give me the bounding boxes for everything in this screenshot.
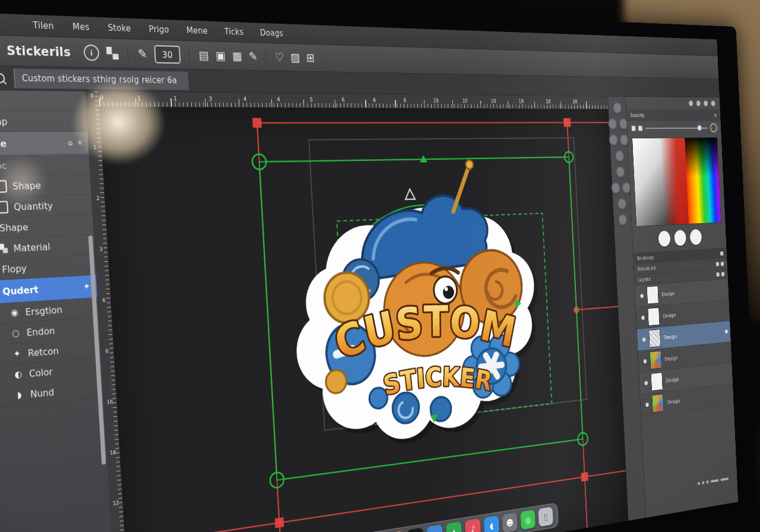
green-handle-top-left[interactable] xyxy=(252,154,267,170)
dock-icon-maps[interactable]: ▲ xyxy=(446,521,462,532)
layer-thumbnail xyxy=(649,329,661,347)
menu-item[interactable]: Tilen xyxy=(33,20,54,31)
dock-icon-trash[interactable]: ▯ xyxy=(538,506,553,527)
sidebar-item-label: bleoc xyxy=(0,160,7,172)
visibility-eye-icon[interactable] xyxy=(640,293,644,297)
swatch-icon[interactable] xyxy=(632,125,636,131)
sticker-artwork[interactable]: CUSTOM STICKER xyxy=(286,159,544,457)
panel-mini-icon[interactable] xyxy=(716,262,719,266)
visibility-eye-icon[interactable] xyxy=(641,315,645,319)
green-handle-bottom-right[interactable] xyxy=(578,432,588,446)
menu-item[interactable]: Mene xyxy=(186,26,208,36)
visibility-eye-icon[interactable] xyxy=(645,403,649,407)
panel-mini-icon[interactable] xyxy=(721,272,724,276)
tool-button[interactable] xyxy=(618,198,626,209)
archive-icon[interactable]: ⊞ xyxy=(306,51,315,64)
red-handle-top-left[interactable] xyxy=(252,118,262,128)
panel-mini-icon[interactable] xyxy=(716,272,719,276)
status-icon[interactable] xyxy=(698,482,700,485)
red-handle-bottom-left[interactable] xyxy=(275,517,284,528)
layer-thumbnail xyxy=(650,351,661,369)
close-mini-icon[interactable]: ✕ xyxy=(77,139,83,147)
dock-icon-safari[interactable]: ✶ xyxy=(426,524,443,532)
checkbox-icon[interactable] xyxy=(0,180,7,192)
red-handle-bottom-right[interactable] xyxy=(581,472,588,482)
panel-icon[interactable] xyxy=(711,101,715,106)
tab-custom-stickers[interactable]: Custom stickers sthirg rsolg reicer 6a xyxy=(13,68,188,90)
dock-icon-messages[interactable]: ◖ xyxy=(484,515,500,532)
search-icon[interactable] xyxy=(0,73,5,83)
blob-icon: ◗ xyxy=(14,390,25,401)
tool-button[interactable] xyxy=(613,102,622,113)
menu-item[interactable]: Stoke xyxy=(107,23,131,34)
panel-mini-icon[interactable] xyxy=(721,261,724,265)
dock-icon-contacts[interactable]: ☻ xyxy=(502,512,518,532)
tool-button[interactable] xyxy=(608,118,618,129)
sidebar-item-tsop[interactable]: tsop xyxy=(0,90,86,112)
layer-name: Design xyxy=(667,398,680,406)
green-handle-top-right[interactable] xyxy=(564,152,573,163)
dock-icon-music[interactable]: ♪ xyxy=(465,518,481,532)
sidebar-item-mtcap[interactable]: Mtcap xyxy=(0,111,87,132)
tool-size-input[interactable]: 30 xyxy=(154,45,180,64)
slider-track[interactable] xyxy=(645,127,707,129)
panel-icon[interactable] xyxy=(689,100,693,106)
tool-button[interactable] xyxy=(611,182,620,194)
visibility-eye-icon[interactable] xyxy=(642,337,646,342)
reset-icon[interactable] xyxy=(710,124,717,132)
status-icon[interactable] xyxy=(702,481,704,484)
color-well[interactable] xyxy=(690,229,702,245)
layers-stack-icon[interactable]: ▤ xyxy=(198,49,209,62)
panel-mini-icon[interactable] xyxy=(720,251,723,255)
sidebar-item-bleoc[interactable]: bleoc xyxy=(0,154,90,177)
target-icon: ◉ xyxy=(9,307,20,318)
visibility-eye-icon[interactable] xyxy=(644,381,648,385)
checkbox-icon[interactable] xyxy=(0,201,8,214)
color-well[interactable] xyxy=(658,230,670,246)
favorite-icon[interactable]: ♡ xyxy=(275,50,284,64)
info-icon[interactable]: i xyxy=(83,45,99,61)
edit-box-icon[interactable]: ▨ xyxy=(290,51,300,64)
color-well[interactable] xyxy=(674,230,686,246)
panel-window-icons xyxy=(626,97,720,109)
menu-item[interactable]: Mes xyxy=(72,21,90,32)
swatch-icon[interactable] xyxy=(638,125,642,131)
checkbox-shape[interactable]: Shape xyxy=(0,175,91,198)
tool-button[interactable] xyxy=(609,134,618,145)
menu-item[interactable]: Doags xyxy=(260,28,284,39)
h-ruler-number: 10 xyxy=(490,98,518,104)
visibility-eye-icon[interactable] xyxy=(644,359,647,363)
green-handle-bottom-left[interactable] xyxy=(270,471,284,488)
saturation-value-box[interactable] xyxy=(632,138,689,226)
panel-icon[interactable] xyxy=(696,100,701,106)
dock-icon-camera[interactable]: ◉ xyxy=(407,527,423,532)
sidebar-item-label: Ersgtion xyxy=(25,304,62,318)
dock-icon-facetime[interactable]: ◎ xyxy=(520,509,536,530)
tool-button[interactable] xyxy=(618,214,627,226)
brush-icon[interactable]: ✎ xyxy=(249,50,258,63)
layout-icon[interactable] xyxy=(106,47,119,60)
hue-spectrum[interactable] xyxy=(685,138,721,224)
canvas[interactable]: CUSTOM STICKER xyxy=(100,107,629,532)
slider-knob[interactable] xyxy=(698,125,702,130)
menu-item[interactable]: Prigo xyxy=(148,24,169,35)
save-icon[interactable]: ▦ xyxy=(232,49,243,63)
status-icon[interactable] xyxy=(706,480,708,484)
section-label: Shape xyxy=(0,221,28,234)
panel-title: Sapsiig xyxy=(630,112,644,118)
duplicate-icon[interactable]: ▣ xyxy=(216,49,226,63)
layer-thumbnail xyxy=(647,286,658,304)
close-icon[interactable]: ✕ xyxy=(714,112,717,118)
menu-item[interactable]: Ticks xyxy=(224,27,244,37)
star-icon: ✦ xyxy=(11,348,22,359)
h-ruler-number: 6 xyxy=(403,97,433,103)
home-mini-icon[interactable]: ⌂ xyxy=(68,139,73,147)
material-icon xyxy=(0,243,8,254)
tool-button[interactable] xyxy=(615,150,625,162)
red-handle-top-right[interactable] xyxy=(563,118,571,127)
sidebar-header-size[interactable]: Size ⌂✕ xyxy=(0,132,89,156)
pencil-icon[interactable]: ✎ xyxy=(138,47,148,61)
tool-button[interactable] xyxy=(616,166,625,178)
panel-icon[interactable] xyxy=(704,101,708,106)
layer-name: Design xyxy=(663,312,676,319)
